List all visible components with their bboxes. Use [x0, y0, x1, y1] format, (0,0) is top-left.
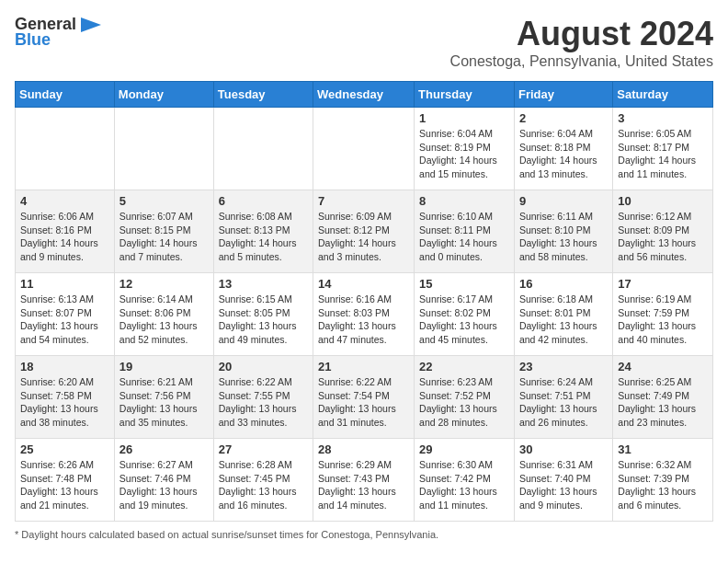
header: General Blue August 2024 Conestoga, Penn…: [15, 15, 713, 70]
day-cell: 19Sunrise: 6:21 AM Sunset: 7:56 PM Dayli…: [114, 356, 213, 439]
day-cell: 12Sunrise: 6:14 AM Sunset: 8:06 PM Dayli…: [114, 273, 213, 356]
day-cell: [213, 108, 313, 190]
day-cell: 23Sunrise: 6:24 AM Sunset: 7:51 PM Dayli…: [514, 356, 612, 439]
week-row-3: 11Sunrise: 6:13 AM Sunset: 8:07 PM Dayli…: [16, 273, 713, 356]
day-number: 5: [119, 194, 209, 208]
day-number: 11: [20, 277, 109, 291]
week-row-2: 4Sunrise: 6:06 AM Sunset: 8:16 PM Daylig…: [16, 190, 713, 273]
page-subtitle: Conestoga, Pennsylvania, United States: [450, 53, 713, 70]
week-row-5: 25Sunrise: 6:26 AM Sunset: 7:48 PM Dayli…: [16, 439, 713, 522]
day-number: 23: [519, 360, 608, 373]
day-number: 9: [519, 194, 608, 208]
day-info: Sunrise: 6:08 AM Sunset: 8:13 PM Dayligh…: [219, 210, 308, 264]
day-cell: 2Sunrise: 6:04 AM Sunset: 8:18 PM Daylig…: [514, 108, 612, 190]
day-number: 12: [119, 277, 209, 291]
day-info: Sunrise: 6:22 AM Sunset: 7:55 PM Dayligh…: [219, 375, 308, 430]
logo-blue-text: Blue: [15, 30, 51, 50]
day-cell: 11Sunrise: 6:13 AM Sunset: 8:07 PM Dayli…: [16, 273, 115, 356]
day-number: 6: [219, 194, 308, 208]
day-info: Sunrise: 6:06 AM Sunset: 8:16 PM Dayligh…: [20, 210, 109, 264]
day-cell: 8Sunrise: 6:10 AM Sunset: 8:11 PM Daylig…: [415, 190, 515, 273]
day-number: 21: [318, 360, 409, 373]
day-info: Sunrise: 6:11 AM Sunset: 8:10 PM Dayligh…: [519, 210, 608, 264]
day-number: 10: [618, 194, 708, 208]
day-info: Sunrise: 6:10 AM Sunset: 8:11 PM Dayligh…: [419, 210, 509, 264]
page-title: August 2024: [450, 15, 713, 53]
day-info: Sunrise: 6:18 AM Sunset: 8:01 PM Dayligh…: [519, 293, 608, 347]
day-number: 7: [318, 194, 409, 208]
header-sunday: Sunday: [16, 82, 115, 108]
day-number: 19: [119, 360, 209, 373]
day-cell: 3Sunrise: 6:05 AM Sunset: 8:17 PM Daylig…: [613, 108, 713, 190]
day-info: Sunrise: 6:07 AM Sunset: 8:15 PM Dayligh…: [119, 210, 209, 264]
day-cell: 22Sunrise: 6:23 AM Sunset: 7:52 PM Dayli…: [415, 356, 515, 439]
day-info: Sunrise: 6:21 AM Sunset: 7:56 PM Dayligh…: [119, 375, 209, 430]
day-cell: 21Sunrise: 6:22 AM Sunset: 7:54 PM Dayli…: [313, 356, 415, 439]
day-number: 18: [20, 360, 109, 373]
title-area: August 2024 Conestoga, Pennsylvania, Uni…: [450, 15, 713, 70]
day-number: 31: [618, 442, 708, 456]
day-info: Sunrise: 6:09 AM Sunset: 8:12 PM Dayligh…: [318, 210, 409, 264]
day-info: Sunrise: 6:32 AM Sunset: 7:39 PM Dayligh…: [618, 458, 708, 512]
footer-note: * Daylight hours calculated based on act…: [15, 529, 713, 540]
day-cell: 15Sunrise: 6:17 AM Sunset: 8:02 PM Dayli…: [415, 273, 515, 356]
header-wednesday: Wednesday: [313, 82, 415, 108]
day-info: Sunrise: 6:25 AM Sunset: 7:49 PM Dayligh…: [618, 375, 708, 430]
day-cell: 24Sunrise: 6:25 AM Sunset: 7:49 PM Dayli…: [613, 356, 713, 439]
day-cell: 6Sunrise: 6:08 AM Sunset: 8:13 PM Daylig…: [213, 190, 313, 273]
day-cell: [114, 108, 213, 190]
day-number: 3: [618, 111, 708, 125]
day-cell: 31Sunrise: 6:32 AM Sunset: 7:39 PM Dayli…: [613, 439, 713, 522]
day-cell: 7Sunrise: 6:09 AM Sunset: 8:12 PM Daylig…: [313, 190, 415, 273]
day-cell: [313, 108, 415, 190]
calendar-header: Sunday Monday Tuesday Wednesday Thursday…: [16, 82, 713, 108]
header-friday: Friday: [514, 82, 612, 108]
day-info: Sunrise: 6:04 AM Sunset: 8:18 PM Dayligh…: [519, 127, 608, 181]
day-cell: 14Sunrise: 6:16 AM Sunset: 8:03 PM Dayli…: [313, 273, 415, 356]
calendar-table: Sunday Monday Tuesday Wednesday Thursday…: [15, 81, 713, 522]
day-cell: 20Sunrise: 6:22 AM Sunset: 7:55 PM Dayli…: [213, 356, 313, 439]
day-number: 22: [419, 360, 509, 373]
day-cell: 4Sunrise: 6:06 AM Sunset: 8:16 PM Daylig…: [16, 190, 115, 273]
day-number: 1: [419, 111, 509, 125]
day-number: 27: [219, 442, 308, 456]
day-number: 13: [219, 277, 308, 291]
day-info: Sunrise: 6:31 AM Sunset: 7:40 PM Dayligh…: [519, 458, 608, 512]
day-cell: [16, 108, 115, 190]
day-number: 28: [318, 442, 409, 456]
header-thursday: Thursday: [415, 82, 515, 108]
day-cell: 30Sunrise: 6:31 AM Sunset: 7:40 PM Dayli…: [514, 439, 612, 522]
day-number: 17: [618, 277, 708, 291]
day-number: 30: [519, 442, 608, 456]
day-number: 16: [519, 277, 608, 291]
calendar-body: 1Sunrise: 6:04 AM Sunset: 8:19 PM Daylig…: [16, 108, 713, 522]
header-monday: Monday: [114, 82, 213, 108]
day-info: Sunrise: 6:19 AM Sunset: 7:59 PM Dayligh…: [618, 293, 708, 347]
day-cell: 9Sunrise: 6:11 AM Sunset: 8:10 PM Daylig…: [514, 190, 612, 273]
day-info: Sunrise: 6:05 AM Sunset: 8:17 PM Dayligh…: [618, 127, 708, 181]
day-cell: 5Sunrise: 6:07 AM Sunset: 8:15 PM Daylig…: [114, 190, 213, 273]
week-row-1: 1Sunrise: 6:04 AM Sunset: 8:19 PM Daylig…: [16, 108, 713, 190]
footer-text: Daylight hours: [21, 529, 85, 540]
svg-marker-0: [81, 17, 101, 32]
day-number: 25: [20, 442, 109, 456]
day-cell: 26Sunrise: 6:27 AM Sunset: 7:46 PM Dayli…: [114, 439, 213, 522]
day-cell: 1Sunrise: 6:04 AM Sunset: 8:19 PM Daylig…: [415, 108, 515, 190]
day-info: Sunrise: 6:30 AM Sunset: 7:42 PM Dayligh…: [419, 458, 509, 512]
day-number: 8: [419, 194, 509, 208]
header-tuesday: Tuesday: [213, 82, 313, 108]
day-number: 29: [419, 442, 509, 456]
day-info: Sunrise: 6:17 AM Sunset: 8:02 PM Dayligh…: [419, 293, 509, 347]
logo-flag-icon: [81, 17, 101, 32]
day-info: Sunrise: 6:24 AM Sunset: 7:51 PM Dayligh…: [519, 375, 608, 430]
day-number: 24: [618, 360, 708, 373]
week-row-4: 18Sunrise: 6:20 AM Sunset: 7:58 PM Dayli…: [16, 356, 713, 439]
day-info: Sunrise: 6:13 AM Sunset: 8:07 PM Dayligh…: [20, 293, 109, 347]
day-cell: 16Sunrise: 6:18 AM Sunset: 8:01 PM Dayli…: [514, 273, 612, 356]
day-cell: 18Sunrise: 6:20 AM Sunset: 7:58 PM Dayli…: [16, 356, 115, 439]
day-cell: 29Sunrise: 6:30 AM Sunset: 7:42 PM Dayli…: [415, 439, 515, 522]
day-number: 26: [119, 442, 209, 456]
day-number: 14: [318, 277, 409, 291]
day-info: Sunrise: 6:23 AM Sunset: 7:52 PM Dayligh…: [419, 375, 509, 430]
day-cell: 10Sunrise: 6:12 AM Sunset: 8:09 PM Dayli…: [613, 190, 713, 273]
